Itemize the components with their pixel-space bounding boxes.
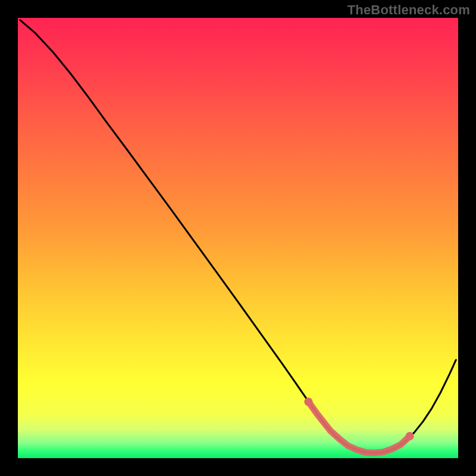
- watermark-text: TheBottleneck.com: [347, 2, 470, 18]
- chart-frame: TheBottleneck.com: [0, 0, 476, 476]
- tolerance-endpoint: [304, 397, 312, 406]
- chart-svg: [18, 18, 458, 458]
- tolerance-endpoint: [406, 432, 414, 440]
- gradient-background: [18, 18, 458, 458]
- plot-area: [18, 18, 458, 458]
